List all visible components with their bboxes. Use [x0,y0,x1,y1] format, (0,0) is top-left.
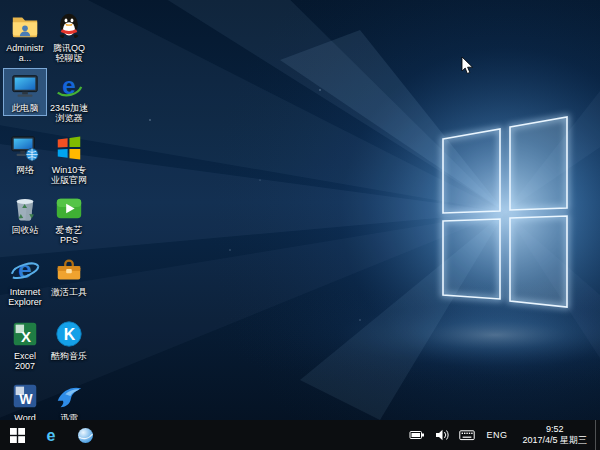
desktop-icon-recycle-bin[interactable]: 回收站 [3,190,47,238]
icon-label: 此电脑 [12,103,39,113]
icon-label: 酷狗音乐 [51,351,87,361]
excel-icon: X [10,319,40,349]
battery-icon[interactable] [408,427,425,444]
icon-label: Internet Explorer [5,287,45,307]
windows-desktop: Administra... 此电脑 [0,0,600,450]
desktop-icon-2345-browser[interactable]: e 2345加速浏览器 [47,68,91,126]
clock-time: 9:52 [522,424,587,435]
start-button[interactable] [0,420,34,450]
iqiyi-pps-icon [54,193,84,223]
desktop-icon-qq[interactable]: 腾讯QQ轻聊版 [47,8,91,66]
thunder-bird-icon [54,381,84,411]
blue-globe-icon [77,427,94,444]
desktop-icon-this-pc[interactable]: 此电脑 [3,68,47,116]
desktop-icon-win10-site[interactable]: Win10专业版官网 [47,130,91,188]
browser-button[interactable] [68,420,102,450]
network-icon [10,133,40,163]
desktop-icon-excel-2007[interactable]: X Excel 2007 [3,316,47,374]
desktop-icon-network[interactable]: 网络 [3,130,47,178]
mouse-cursor [461,56,474,75]
icon-label: 激活工具 [51,287,87,297]
keyboard-icon[interactable] [458,427,475,444]
icon-label: Excel 2007 [5,351,45,371]
recycle-bin-icon [10,193,40,223]
desktop-icon-iqiyi-pps[interactable]: 爱奇艺PPS [47,190,91,248]
svg-text:e: e [47,427,56,444]
windows-logo-icon [10,428,25,443]
desktop-icon-xunlei[interactable]: 迅雷 [47,378,91,426]
desktop-icon-kugou-music[interactable]: K 酷狗音乐 [47,316,91,364]
icon-label: 网络 [16,165,34,175]
icon-label: Administra... [5,43,45,63]
windows-flag-icon [54,133,84,163]
icon-label: 爱奇艺PPS [49,225,89,245]
language-indicator[interactable]: ENG [486,430,507,440]
desktop-icon-activation-tools[interactable]: 激活工具 [47,252,91,300]
volume-icon[interactable] [433,427,450,444]
taskbar-clock[interactable]: 9:52 2017/4/5 星期三 [522,424,587,446]
word-icon: W [10,381,40,411]
desktop-icon-internet-explorer[interactable]: e Internet Explorer [3,252,47,310]
edge-e-icon: e [42,426,60,444]
icon-label: 回收站 [12,225,39,235]
toolbox-icon [54,255,84,285]
desktop-icon-administrator[interactable]: Administra... [3,8,47,66]
show-desktop-button[interactable] [595,420,600,450]
clock-date: 2017/4/5 星期三 [522,435,587,446]
icon-label: 2345加速浏览器 [49,103,89,123]
svg-text:K: K [64,326,76,343]
icon-label: Win10专业版官网 [49,165,89,185]
system-tray: ENG 9:52 2017/4/5 星期三 [404,420,600,450]
taskbar: e [0,420,600,450]
svg-text:e: e [18,256,32,283]
qq-penguin-icon [54,11,84,41]
user-folder-icon [10,11,40,41]
browser-e-icon: e [54,71,84,101]
edge-button[interactable]: e [34,420,68,450]
icon-label: 腾讯QQ轻聊版 [49,43,89,63]
ie-e-icon: e [10,255,40,285]
svg-text:W: W [19,391,33,407]
svg-text:X: X [21,328,31,345]
kugou-k-icon: K [54,319,84,349]
this-pc-icon [10,71,40,101]
